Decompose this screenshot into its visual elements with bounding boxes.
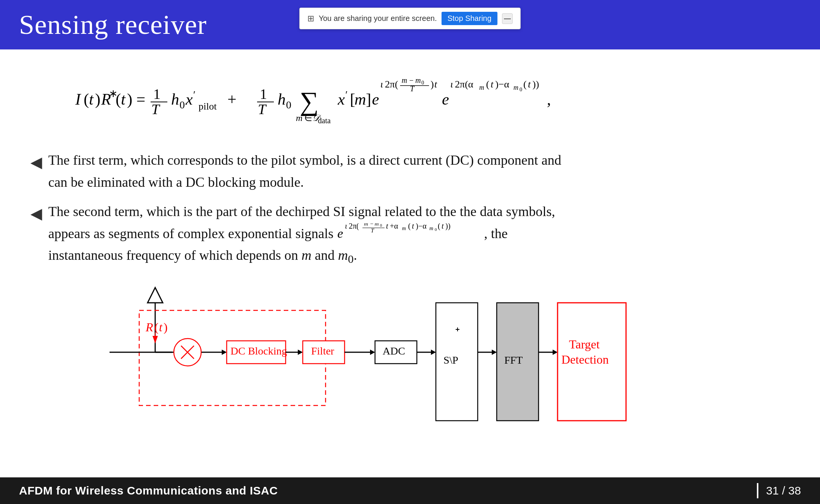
svg-text:t: t xyxy=(491,79,494,90)
svg-text:(: ( xyxy=(523,79,527,90)
svg-text:2π(α: 2π(α xyxy=(455,79,474,90)
svg-text:m: m xyxy=(402,226,406,231)
svg-marker-94 xyxy=(431,350,436,355)
footer-page-number: 31 / 38 xyxy=(766,484,801,497)
svg-text:−: − xyxy=(409,76,413,84)
fft-label: FFT xyxy=(504,354,523,366)
svg-text:2π(: 2π( xyxy=(385,79,398,90)
main-content: I ( t ) R ∗ ( t ) = 1 T h 0 x ′ pilot + … xyxy=(0,49,820,417)
svg-text:m: m xyxy=(354,91,366,108)
svg-text:+α: +α xyxy=(390,223,398,230)
svg-text:m: m xyxy=(402,76,407,84)
svg-text:)): )) xyxy=(445,223,450,231)
svg-text:x: x xyxy=(337,91,345,108)
minimize-button[interactable]: — xyxy=(502,13,513,24)
bullet-item-2: ◀ The second term, which is the part of … xyxy=(30,201,790,268)
svg-text:m: m xyxy=(415,76,421,84)
equation-area: I ( t ) R ∗ ( t ) = 1 T h 0 x ′ pilot + … xyxy=(30,76,790,134)
svg-text:t: t xyxy=(442,223,444,230)
svg-text:0: 0 xyxy=(421,80,424,86)
svg-text:]: ] xyxy=(366,91,371,108)
svg-text:x: x xyxy=(185,91,193,108)
svg-text:∑: ∑ xyxy=(300,87,319,116)
bullet-arrow-2: ◀ xyxy=(30,202,42,226)
svg-text:m: m xyxy=(479,84,484,91)
svg-marker-98 xyxy=(492,350,497,355)
svg-text:ι: ι xyxy=(380,79,383,90)
svg-text:0: 0 xyxy=(435,227,437,232)
svg-text:+: + xyxy=(227,91,237,108)
svg-text:1: 1 xyxy=(153,86,161,102)
bullet-arrow-1: ◀ xyxy=(30,150,42,175)
bullet-text-1: The first term, which corresponds to the… xyxy=(48,149,790,193)
svg-text:T: T xyxy=(151,101,161,117)
svg-text:h: h xyxy=(171,91,179,108)
svg-text:)−α: )−α xyxy=(416,223,427,231)
svg-text:0: 0 xyxy=(286,99,291,111)
svg-text:ι: ι xyxy=(345,223,347,230)
svg-text:(: ( xyxy=(408,223,411,231)
target-detection-label-line2: Detection xyxy=(561,353,609,366)
svg-text:t: t xyxy=(528,79,531,90)
svg-text:(: ( xyxy=(84,91,89,108)
svg-marker-90 xyxy=(298,350,303,355)
svg-text:0: 0 xyxy=(380,223,382,227)
footer-divider xyxy=(757,483,758,498)
svg-text:(: ( xyxy=(486,79,489,90)
svg-text:′: ′ xyxy=(193,89,195,100)
svg-text:data: data xyxy=(318,116,331,125)
svg-text:h: h xyxy=(278,91,286,108)
svg-text:): ) xyxy=(431,79,434,90)
screen-share-icon: ⊞ xyxy=(307,14,314,24)
sp-label: S\P xyxy=(443,354,458,366)
diagram-svg: R ( t ) DC Blocking Filter xyxy=(106,280,714,417)
svg-text:m: m xyxy=(375,223,379,227)
svg-text:T: T xyxy=(371,227,375,234)
target-detection-label-line1: Target xyxy=(569,337,600,351)
svg-text:t: t xyxy=(386,223,388,230)
svg-text:m: m xyxy=(513,84,518,91)
svg-text:∈: ∈ xyxy=(304,113,312,123)
svg-text:(: ( xyxy=(154,320,159,334)
screen-share-bar: ⊞ You are sharing your entire screen. St… xyxy=(299,8,521,29)
svg-text:(: ( xyxy=(438,223,440,231)
svg-text:) =: ) = xyxy=(127,91,145,108)
svg-text:t: t xyxy=(89,91,94,108)
slide-title: Sensing receiver xyxy=(19,9,207,41)
svg-text:0: 0 xyxy=(520,87,522,92)
svg-text:(: ( xyxy=(116,91,121,108)
svg-text:2π(: 2π( xyxy=(349,223,359,231)
svg-text:e: e xyxy=(337,226,343,240)
svg-text:): ) xyxy=(164,320,168,334)
diagram-area: R ( t ) DC Blocking Filter xyxy=(30,280,790,417)
bullet-item-1: ◀ The first term, which corresponds to t… xyxy=(30,149,790,193)
stop-sharing-button[interactable]: Stop Sharing xyxy=(441,12,497,25)
svg-text:)−α: )−α xyxy=(495,79,509,90)
equation-svg: I ( t ) R ∗ ( t ) = 1 T h 0 x ′ pilot + … xyxy=(68,76,752,126)
bullets-list: ◀ The first term, which corresponds to t… xyxy=(30,149,790,269)
svg-text:,: , xyxy=(547,91,551,108)
svg-text:pilot: pilot xyxy=(199,101,217,112)
bullet-text-2: The second term, which is the part of th… xyxy=(48,201,790,268)
svg-marker-100 xyxy=(553,350,558,355)
inline-equation: e ι 2π( m − m 0 T t +α m ( t )− xyxy=(337,223,481,244)
svg-text:e: e xyxy=(442,91,449,108)
svg-text:t: t xyxy=(121,91,126,108)
rt-label: R xyxy=(145,320,153,334)
svg-text:)): )) xyxy=(532,79,539,90)
svg-text:t: t xyxy=(434,79,437,90)
footer-title: AFDM for Wireless Communications and ISA… xyxy=(19,484,278,497)
slide-footer: AFDM for Wireless Communications and ISA… xyxy=(0,477,820,504)
svg-text:t: t xyxy=(159,320,163,334)
adc-label: ADC xyxy=(383,345,405,357)
svg-text:T: T xyxy=(410,84,415,93)
svg-text:): ) xyxy=(95,91,100,108)
svg-text:′: ′ xyxy=(345,89,348,100)
antenna-icon xyxy=(148,288,163,303)
screen-share-text: You are sharing your entire screen. xyxy=(319,14,437,23)
svg-text:m: m xyxy=(429,226,433,231)
svg-text:T: T xyxy=(258,101,267,117)
svg-marker-88 xyxy=(222,350,227,355)
svg-text:I: I xyxy=(75,91,81,108)
svg-text:1: 1 xyxy=(260,86,267,102)
